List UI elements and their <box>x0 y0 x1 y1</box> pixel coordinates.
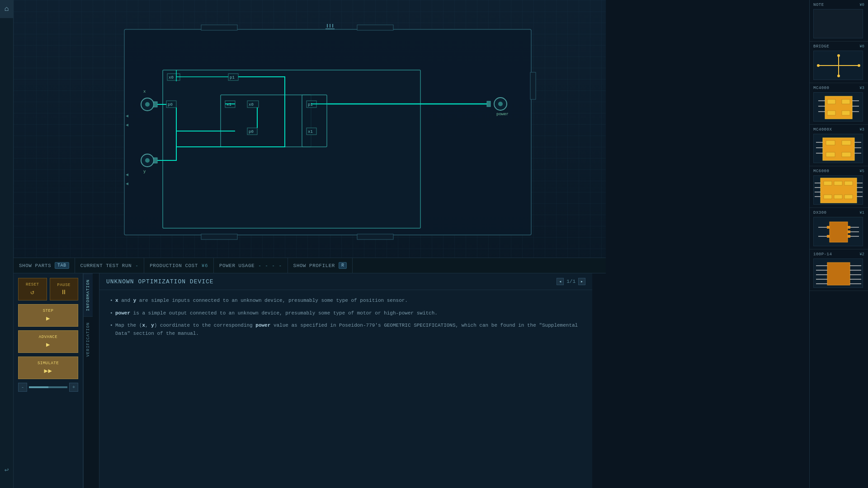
svg-rect-83 <box>844 195 853 199</box>
component-mc6000[interactable]: MC6000 ¥5 <box>810 166 868 208</box>
svg-text:◂: ◂ <box>126 181 128 187</box>
note-name: NOTE <box>813 3 824 7</box>
production-cost-label: PRODUCTION COST <box>150 263 198 268</box>
bridge-cost: ¥0 <box>859 44 864 49</box>
svg-point-38 <box>498 102 503 106</box>
power-usage-val2: - <box>265 263 268 268</box>
svg-point-30 <box>145 102 150 107</box>
volume-fill <box>29 386 48 388</box>
svg-rect-92 <box>848 235 850 238</box>
svg-text:power: power <box>496 112 509 117</box>
svg-rect-57 <box>842 111 850 115</box>
svg-rect-79 <box>834 181 842 185</box>
svg-point-34 <box>145 158 150 163</box>
info-bullet-3: Map the (x, y) coordinate to the corresp… <box>108 322 583 338</box>
100p14-cost: ¥2 <box>859 252 864 257</box>
power-usage-control: POWER USAGE - - - - <box>214 258 288 273</box>
bridge-name: BRIDGE <box>813 44 829 49</box>
volume-increase[interactable]: + <box>69 383 78 392</box>
svg-rect-54 <box>827 99 835 104</box>
simulate-button[interactable]: SIMULATE ▶▶ <box>18 357 78 379</box>
component-mc4000[interactable]: MC4000 ¥3 <box>810 83 868 125</box>
svg-rect-95 <box>827 263 850 285</box>
volume-control: - + <box>18 383 78 392</box>
volume-decrease[interactable]: - <box>18 383 27 392</box>
100p14-name: 100P-14 <box>813 252 832 257</box>
production-cost-value: ¥6 <box>202 263 208 268</box>
svg-text:p0: p0 <box>168 103 173 107</box>
pause-label: PAUSE <box>57 283 71 287</box>
simulate-label: SIMULATE <box>38 361 59 366</box>
mc4000x-preview <box>813 134 863 163</box>
volume-slider[interactable] <box>29 386 67 388</box>
svg-rect-84 <box>830 222 848 242</box>
component-note[interactable]: NOTE ¥0 <box>810 0 868 42</box>
left-sidebar: ⌂ ↩ <box>0 0 14 488</box>
component-dx300[interactable]: DX300 ¥1 <box>810 208 868 249</box>
step-row: STEP ▶ <box>18 304 78 327</box>
right-sidebar: NOTE ¥0 BRIDGE ¥0 MC4000 ¥3 <box>809 0 868 488</box>
100p14-preview <box>813 258 863 288</box>
reset-icon: ↺ <box>30 288 34 296</box>
note-cost: ¥0 <box>859 3 864 7</box>
reset-button[interactable]: RESET ↺ <box>18 278 47 300</box>
component-100p14[interactable]: 100P-14 ¥2 <box>810 249 868 291</box>
page-prev[interactable]: ◂ <box>557 278 564 285</box>
advance-icon: ▶ <box>46 341 50 348</box>
advance-button[interactable]: ADVANCE ▶ <box>18 330 78 353</box>
svg-rect-55 <box>842 99 850 104</box>
toolbar-bar: SHOW PARTS TAB CURRENT TEST RUN - PRODUC… <box>14 258 606 273</box>
svg-rect-1 <box>201 25 237 30</box>
info-panel: UNKNOWN OPTIMIZATION DEVICE ◂ 1/1 ▸ x an… <box>99 273 592 488</box>
svg-text:x: x <box>143 89 146 94</box>
reset-label: RESET <box>26 282 39 287</box>
svg-rect-91 <box>848 230 850 233</box>
component-bridge[interactable]: BRIDGE ¥0 <box>810 42 868 83</box>
show-profiler-control[interactable]: SHOW PROFILER R <box>288 258 353 273</box>
current-test-run-control: CURRENT TEST RUN - <box>75 258 145 273</box>
page-display: 1/1 <box>566 279 576 284</box>
dx300-cost: ¥1 <box>859 211 864 215</box>
advance-row: ADVANCE ▶ <box>18 330 78 353</box>
svg-text:y: y <box>143 169 146 174</box>
step-icon: ▶ <box>46 314 50 322</box>
svg-rect-4 <box>357 234 393 239</box>
svg-rect-5 <box>530 72 536 99</box>
component-mc4000x[interactable]: MC4000X ¥3 <box>810 125 868 166</box>
svg-rect-65 <box>826 141 835 145</box>
power-usage-label: POWER USAGE <box>219 263 255 268</box>
current-test-run-value: - <box>135 263 138 268</box>
svg-point-45 <box>837 54 840 57</box>
info-title-row: UNKNOWN OPTIMIZATION DEVICE ◂ 1/1 ▸ <box>99 273 592 290</box>
pause-button[interactable]: PAUSE ⏸ <box>50 278 79 300</box>
circuit-area: ◂ ◂ ◂ ◂ x0 p1 x1 x0 p0 p1 <box>14 0 606 271</box>
nav-back[interactable]: ↩ <box>0 461 14 479</box>
show-parts-key: TAB <box>55 262 69 269</box>
mc4000-preview <box>813 92 863 122</box>
svg-text:p1: p1 <box>230 75 235 80</box>
svg-rect-93 <box>827 226 830 229</box>
svg-rect-66 <box>842 141 851 145</box>
svg-text:◂: ◂ <box>126 172 128 178</box>
svg-rect-82 <box>834 195 842 199</box>
svg-rect-10 <box>163 70 420 228</box>
bullet3-power: power <box>255 323 270 328</box>
info-bullet-1: x and y are simple inputs connected to a… <box>108 297 583 305</box>
show-parts-control[interactable]: SHOW PARTS TAB <box>14 258 75 273</box>
bullet1-y: y <box>133 298 137 303</box>
svg-text:x0: x0 <box>249 103 254 107</box>
page-current: 1 <box>566 279 570 284</box>
nav-home[interactable]: ⌂ <box>0 0 14 18</box>
svg-rect-94 <box>827 235 830 238</box>
power-usage-val3: - <box>272 263 275 268</box>
mc6000-preview <box>813 175 863 205</box>
show-profiler-label: SHOW PROFILER <box>293 263 335 268</box>
tab-verification[interactable]: VERIFICATION <box>84 316 93 362</box>
reset-pause-row: RESET ↺ PAUSE ⏸ <box>18 278 78 300</box>
svg-text:x0: x0 <box>169 75 174 80</box>
page-next[interactable]: ▸ <box>578 278 585 285</box>
step-button[interactable]: STEP ▶ <box>18 304 78 327</box>
mc4000-cost: ¥3 <box>859 86 864 90</box>
svg-point-46 <box>837 75 840 77</box>
tab-information[interactable]: INFORMATION <box>84 273 93 316</box>
